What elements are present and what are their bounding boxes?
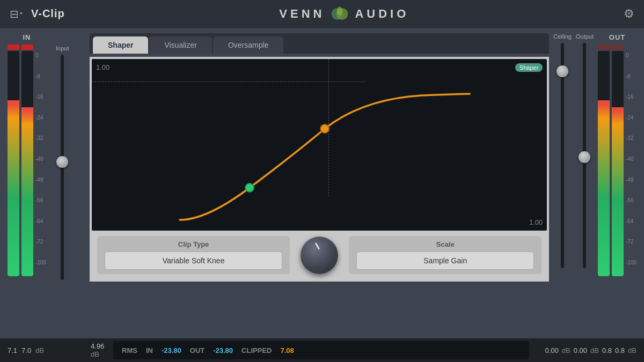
shaper-curve-svg	[92, 59, 547, 231]
out-db-right: 0.8	[615, 346, 625, 354]
shaper-panel: Shaper 1.00 1.00 Clip T	[90, 57, 549, 282]
in-bar-wrapper-right	[21, 51, 33, 276]
tab-visualizer[interactable]: Visualizer	[149, 36, 211, 54]
in-bar-fill-right	[21, 107, 33, 276]
knob-tick	[315, 242, 320, 250]
header-center: VENN AUDIO	[279, 4, 409, 24]
tab-oversample[interactable]: Oversample	[213, 36, 283, 54]
ceiling-db: 0.00	[545, 346, 559, 354]
in-meter-right	[21, 45, 33, 276]
in-meter-left	[8, 45, 19, 276]
scale-button[interactable]: Sample Gain	[356, 252, 534, 270]
main-area: IN 0	[0, 28, 644, 338]
plugin-logo-icon: ⊟⠂	[10, 8, 27, 20]
status-clipped-label: CLIPPED	[241, 346, 272, 354]
orange-control-point[interactable]	[320, 124, 329, 133]
output-slider-track[interactable]	[583, 43, 586, 268]
main-knob[interactable]	[301, 237, 338, 274]
status-in-label: IN	[146, 346, 153, 354]
out-clip-right	[612, 45, 624, 50]
output-db: 0.00	[574, 346, 587, 354]
status-in-value: -23.80	[162, 346, 181, 354]
input-slider-label: Input	[56, 45, 69, 51]
input-db-value: 4.96	[91, 342, 104, 350]
status-main: RMS IN -23.80 OUT -23.80 CLIPPED 7.08	[113, 341, 529, 359]
ceiling-slider-track[interactable]	[561, 43, 564, 268]
rms-label: RMS	[122, 346, 137, 354]
out-scale: 0 -8 -16 -24 -32 -40 -48 -56 -64 -72 -10…	[626, 45, 636, 270]
in-bar-wrapper-left	[8, 51, 19, 276]
out-label: OUT	[609, 33, 625, 41]
in-db-right: 7.0	[21, 346, 31, 354]
plugin-title: V-Clip	[31, 8, 65, 20]
input-slider-track[interactable]	[61, 55, 64, 280]
output-slider-label: Output	[576, 33, 594, 40]
gear-icon[interactable]: ⚙	[624, 7, 634, 21]
scale-label: Scale	[436, 240, 455, 248]
header-left: ⊟⠂ V-Clip	[10, 8, 65, 20]
out-bar-fill-right	[612, 107, 624, 276]
input-slider-thumb[interactable]	[56, 156, 68, 168]
status-out-label: OUT	[190, 346, 204, 354]
status-bar: 7.1 7.0 dB 4.96 dB RMS IN -23.80 OUT -23…	[0, 338, 644, 362]
in-scale: 0 -8 -16 -24 -32 -40 -48 -56 -64 -72 -10…	[35, 45, 46, 270]
bottom-controls: Clip Type Variable Soft Knee Scale Sampl…	[92, 231, 547, 279]
clip-type-label: Clip Type	[178, 240, 209, 248]
in-bar-fill-left	[8, 100, 19, 276]
knob-container	[295, 237, 343, 274]
out-bar-fill-left	[598, 100, 610, 276]
center-panel: Shaper Visualizer Oversample Shaper 1.00…	[90, 33, 549, 333]
tabs-row: Shaper Visualizer Oversample	[90, 33, 549, 54]
out-meter-left	[598, 45, 610, 276]
in-db-left: 7.1	[8, 346, 17, 354]
green-control-point[interactable]	[245, 183, 254, 192]
status-out-value: -23.80	[213, 346, 233, 354]
brand-right: AUDIO	[355, 7, 409, 21]
in-db-unit: dB	[35, 346, 44, 354]
svg-point-2	[337, 6, 343, 15]
in-label: IN	[23, 33, 31, 41]
ceiling-slider-thumb[interactable]	[557, 65, 568, 77]
out-meter-right	[612, 45, 624, 276]
graph-area: Shaper 1.00 1.00	[92, 59, 547, 231]
brand-left: VENN	[279, 7, 325, 21]
out-meters: 0 -8 -16 -24 -32 -40 -48 -56 -64 -72 -10…	[598, 45, 636, 276]
tab-shaper[interactable]: Shaper	[93, 36, 148, 54]
status-clipped-value: 7.08	[280, 346, 294, 354]
in-clip-left	[8, 45, 19, 50]
out-bar-wrapper-left	[598, 51, 610, 276]
out-clip-left	[598, 45, 610, 50]
right-section: Ceiling Output OUT	[553, 33, 636, 333]
out-db-left: 0.8	[602, 346, 612, 354]
scale-box: Scale Sample Gain	[349, 236, 541, 274]
clip-type-box: Clip Type Variable Soft Knee	[97, 236, 290, 274]
clip-type-button[interactable]: Variable Soft Knee	[105, 252, 282, 270]
venn-logo-icon	[330, 4, 349, 24]
output-slider-thumb[interactable]	[579, 151, 590, 163]
ceiling-slider-label: Ceiling	[553, 33, 572, 40]
header: ⊟⠂ V-Clip VENN AUDIO ⚙	[0, 0, 644, 28]
in-meters: 0 -8 -16 -24 -32 -40 -48 -56 -64 -72 -10…	[8, 45, 46, 276]
out-bar-wrapper-right	[612, 51, 624, 276]
input-db-unit: dB	[91, 350, 99, 358]
in-clip-right	[21, 45, 33, 50]
